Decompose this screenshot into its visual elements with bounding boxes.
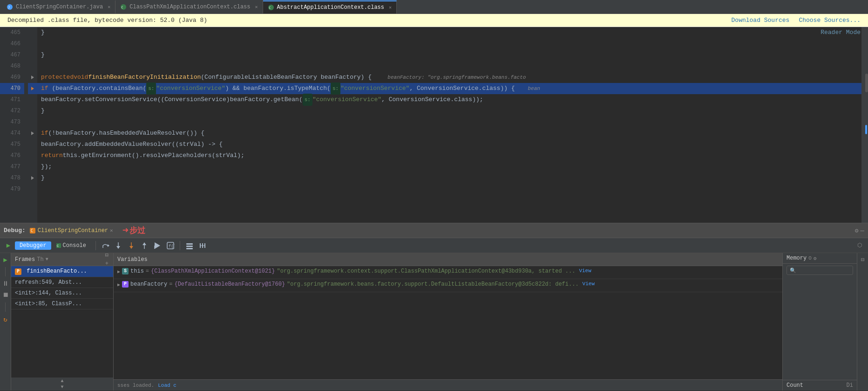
gutter-465 xyxy=(28,27,37,38)
editor-scrollbar[interactable] xyxy=(861,27,868,223)
search-box: 🔍 xyxy=(787,266,853,275)
variable-row-this[interactable]: ▶ S this = {ClassPathXmlApplicationConte… xyxy=(114,266,782,279)
code-line-479 xyxy=(37,184,861,195)
line-num-466: 466 xyxy=(0,38,24,49)
variable-row-beanfactory[interactable]: ▶ P beanFactory = {DefaultListableBeanFa… xyxy=(114,279,782,292)
view-beanfactory-btn[interactable]: View xyxy=(583,281,595,287)
frame-item-2[interactable]: <init>:144, Class... xyxy=(11,288,113,299)
frame-item-3[interactable]: <init>:85, ClassP... xyxy=(11,299,113,309)
svg-text:C: C xyxy=(122,6,123,9)
line-num-465: 465 xyxy=(0,27,24,38)
debug-header-right: ⚙ — xyxy=(855,227,864,234)
expand-beanfactory-btn[interactable]: ▶ xyxy=(117,282,120,288)
tab-close-btn[interactable]: ✕ xyxy=(108,4,110,10)
session-close-btn[interactable]: ✕ xyxy=(110,227,113,233)
debug-header: Debug: C ClientSpringContainer ✕ ➜ 步过 ⚙ … xyxy=(0,223,868,238)
tab-close-btn[interactable]: ✕ xyxy=(255,4,258,10)
session-name: ClientSpringContainer xyxy=(38,227,108,234)
expand-this-btn[interactable]: ▶ xyxy=(117,269,120,274)
frames-panel-header: Frames Th ▼ ⊟ + xyxy=(11,253,113,266)
count-label: Count xyxy=(787,382,803,389)
memory-options-btn[interactable]: O xyxy=(808,255,812,261)
step-over-btn[interactable] xyxy=(100,240,111,251)
view-this-btn[interactable]: View xyxy=(579,268,591,274)
var-eq-beanfactory: = xyxy=(169,281,172,288)
debug-label: Debug: xyxy=(4,227,26,234)
gutter-469 xyxy=(28,72,37,83)
load-link[interactable]: Load c xyxy=(158,383,176,388)
svg-marker-14 xyxy=(108,244,109,247)
download-sources-link[interactable]: Download Sources xyxy=(732,17,790,24)
tab-classpath-xml[interactable]: C ClassPathXmlApplicationContext.class ✕ xyxy=(115,0,263,14)
step-out-btn[interactable] xyxy=(139,240,150,251)
debug-toolbar: ▶ Debugger C Console f() xyxy=(0,238,868,253)
line-num-478: 478 xyxy=(0,172,24,184)
toolbar-sep-2 xyxy=(180,241,180,250)
search-input[interactable] xyxy=(798,267,835,274)
line-num-471: 471 xyxy=(0,94,24,105)
memory-settings-btn[interactable]: ⚙ xyxy=(814,255,817,261)
count-expand-btn[interactable]: Di xyxy=(847,382,853,389)
class-file-icon: C xyxy=(120,4,127,10)
gutter-470 xyxy=(28,83,37,94)
choose-sources-link[interactable]: Choose Sources... xyxy=(799,17,861,24)
pause-btn[interactable]: ⏸ xyxy=(1,279,10,288)
scroll-up-btn[interactable]: ▲ xyxy=(12,378,112,384)
svg-text:C: C xyxy=(31,229,33,233)
evaluate-btn[interactable]: f() xyxy=(165,240,176,251)
code-line-467: } xyxy=(37,49,861,61)
class-file-icon-active: C xyxy=(268,4,274,11)
step-over-label: 步过 xyxy=(129,225,145,236)
line-num-469: 469 xyxy=(0,72,24,83)
svg-text:f(): f() xyxy=(169,244,175,249)
code-line-469: protected void finishBeanFactoryInitiali… xyxy=(37,72,861,83)
frame-name-3: <init>:85, ClassP... xyxy=(15,301,82,307)
threads-view-btn[interactable] xyxy=(197,240,208,251)
threads-dropdown[interactable]: ▼ xyxy=(46,257,48,262)
toolbar-right: ⬡ xyxy=(855,241,864,250)
right-panel-expand-btn[interactable]: ⊟ xyxy=(858,255,868,264)
frames-filter-btn[interactable]: ⊟ xyxy=(104,253,109,260)
debugger-tab[interactable]: Debugger xyxy=(15,241,51,250)
debug-minimize-btn[interactable]: — xyxy=(861,227,864,234)
tab-client-spring-container[interactable]: J ClientSpringContainer.java ✕ xyxy=(2,0,115,14)
code-content[interactable]: } } protected void finishBeanFactoryInit… xyxy=(37,27,861,223)
svg-marker-7 xyxy=(31,87,34,90)
gutter-479 xyxy=(28,184,37,195)
gutter-466 xyxy=(28,38,37,49)
line-num-474: 474 xyxy=(0,128,24,139)
stop-btn[interactable]: ⏹ xyxy=(1,290,10,300)
expand-panel-btn[interactable]: ⬡ xyxy=(855,241,864,250)
tab-abstract-app-context[interactable]: C AbstractApplicationContext.class ✕ xyxy=(263,0,397,14)
line-num-467: 467 xyxy=(0,49,24,61)
tab-close-btn[interactable]: ✕ xyxy=(389,5,392,10)
frame-item-0[interactable]: P finishBeanFacto... xyxy=(11,266,113,277)
gutter xyxy=(28,27,37,223)
debug-controls: ▶ ⏸ ⏹ ↻ xyxy=(0,253,11,391)
play-btn[interactable]: ▶ xyxy=(1,255,10,264)
java-file-icon: J xyxy=(7,4,13,10)
frame-item-1[interactable]: refresh:549, Abst... xyxy=(11,277,113,288)
frames-label: Frames xyxy=(15,256,35,263)
memory-label: Memory xyxy=(787,255,807,261)
info-bar-links: Download Sources Choose Sources... xyxy=(732,17,861,24)
tab-bar: J ClientSpringContainer.java ✕ C ClassPa… xyxy=(0,0,868,14)
gutter-472 xyxy=(28,105,37,117)
line-num-475: 475 xyxy=(0,139,24,150)
console-tab[interactable]: C Console xyxy=(52,241,90,250)
rerun-btn[interactable]: ↻ xyxy=(1,315,10,324)
force-step-into-btn[interactable] xyxy=(126,240,137,251)
line-numbers: 465 466 467 468 469 470 471 472 473 474 … xyxy=(0,27,28,223)
line-num-470: 470 xyxy=(0,83,24,94)
debug-settings-btn[interactable]: ⚙ xyxy=(855,227,859,234)
svg-marker-21 xyxy=(142,242,146,245)
var-badge-this: S xyxy=(122,268,129,274)
frames-view-btn[interactable] xyxy=(184,240,195,251)
scroll-down-btn[interactable]: ▼ xyxy=(12,384,112,390)
gutter-468 xyxy=(28,61,37,72)
memory-header: Memory O ⚙ xyxy=(783,253,857,264)
collapsed-right-panel: ⊟ xyxy=(857,253,868,391)
resume-btn[interactable]: ▶ xyxy=(4,241,13,250)
step-into-btn[interactable] xyxy=(113,240,124,251)
run-to-cursor-btn[interactable] xyxy=(152,240,163,251)
